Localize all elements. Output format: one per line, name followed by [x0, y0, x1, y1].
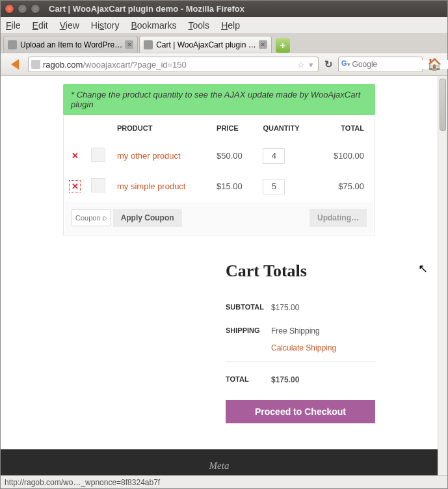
shipping-value: Free Shipping: [271, 326, 320, 336]
back-button[interactable]: [6, 57, 24, 72]
window-title: Cart | WooAjaxCart plugin demo - Mozilla…: [49, 4, 244, 14]
table-row: ✕ my other product $50.00 $100.00: [65, 141, 373, 170]
scroll-thumb[interactable]: [440, 79, 446, 131]
subtotal-label: SUBTOTAL: [226, 303, 271, 312]
tab-upload[interactable]: Upload an Item to WordPre… ✕: [3, 36, 138, 53]
cell-total: $75.00: [317, 172, 373, 201]
product-link[interactable]: my other product: [117, 151, 181, 161]
google-icon: G: [341, 59, 347, 70]
update-cart-button[interactable]: Updating…: [310, 209, 367, 227]
home-button[interactable]: 🏠: [427, 57, 442, 72]
footer-meta: Meta: [209, 460, 230, 471]
menu-bookmarks[interactable]: Bookmarks: [131, 20, 176, 31]
subtotal-value: $175.00: [271, 303, 299, 312]
product-link[interactable]: my simple product: [117, 181, 185, 191]
window-titlebar: Cart | WooAjaxCart plugin demo - Mozilla…: [1, 1, 447, 17]
divider: [226, 362, 375, 362]
cell-total: $100.00: [317, 141, 373, 170]
nav-toolbar: ragob.com ☆ ▾ ↻ G ▾ 🔍 🏠: [1, 53, 447, 76]
cell-price: $15.00: [211, 172, 256, 201]
quantity-input[interactable]: [263, 148, 285, 164]
totals-heading: Cart Totals: [226, 261, 375, 281]
page-viewport: * Change the product quantity to see the…: [1, 76, 447, 475]
window-close-button[interactable]: [5, 4, 14, 14]
window-minimize-button[interactable]: [18, 4, 27, 14]
notice-banner: * Change the product quantity to see the…: [63, 84, 375, 115]
tab-favicon: [144, 40, 153, 49]
quantity-input[interactable]: [263, 179, 285, 194]
calculate-shipping-link[interactable]: Calculate Shipping: [271, 343, 375, 352]
total-label: TOTAL: [226, 375, 271, 384]
menu-edit[interactable]: Edit: [33, 20, 48, 31]
page-footer: Meta: [1, 449, 438, 475]
window-maximize-button[interactable]: [31, 4, 40, 14]
status-text: http://ragob.com/wo…_wpnonce=8f8324ab7f: [5, 478, 160, 487]
address-bar[interactable]: ragob.com ☆ ▾: [28, 57, 319, 72]
tab-title: Cart | WooAjaxCart plugin …: [156, 40, 256, 49]
tab-title: Upload an Item to WordPre…: [20, 40, 122, 49]
cell-price: $50.00: [211, 141, 256, 170]
url-input[interactable]: [83, 60, 295, 70]
cart-table: PRODUCT PRICE QUANTITY TOTAL ✕ my other …: [63, 115, 375, 235]
new-tab-button[interactable]: +: [276, 38, 290, 53]
cart-actions-row: Apply Coupon Updating…: [65, 202, 373, 233]
search-box[interactable]: G ▾ 🔍: [338, 57, 423, 72]
coupon-input[interactable]: [72, 209, 111, 226]
col-price: PRICE: [211, 116, 256, 140]
menu-help[interactable]: Help: [221, 20, 240, 31]
table-row: ✕ my simple product $15.00 $75.00: [65, 172, 373, 201]
arrow-left-icon: [11, 59, 19, 70]
menu-view[interactable]: View: [60, 20, 79, 31]
table-header-row: PRODUCT PRICE QUANTITY TOTAL: [65, 116, 373, 140]
menu-bar: File Edit View History Bookmarks Tools H…: [1, 17, 447, 33]
col-quantity: QUANTITY: [257, 116, 316, 140]
chevron-down-icon[interactable]: ▾: [347, 61, 350, 68]
menu-history[interactable]: History: [91, 20, 120, 31]
tab-strip: Upload an Item to WordPre… ✕ Cart | WooA…: [1, 33, 447, 53]
site-favicon: [31, 60, 40, 69]
remove-item-button[interactable]: ✕: [70, 181, 79, 191]
product-thumbnail[interactable]: [91, 148, 105, 162]
close-icon[interactable]: ✕: [259, 40, 267, 49]
vertical-scrollbar[interactable]: [438, 76, 447, 475]
apply-coupon-button[interactable]: Apply Coupon: [113, 209, 182, 227]
product-thumbnail[interactable]: [91, 178, 105, 192]
close-icon[interactable]: ✕: [125, 40, 133, 49]
col-product: PRODUCT: [112, 116, 210, 140]
status-bar: http://ragob.com/wo…_wpnonce=8f8324ab7f: [1, 475, 447, 488]
col-total: TOTAL: [317, 116, 373, 140]
cart-totals: Cart Totals SUBTOTAL $175.00 SHIPPING Fr…: [226, 261, 375, 423]
dropdown-icon[interactable]: ▾: [309, 60, 313, 70]
tab-favicon: [8, 40, 17, 49]
reload-button[interactable]: ↻: [323, 59, 334, 70]
checkout-button[interactable]: Proceed to Checkout: [226, 400, 375, 423]
tab-cart[interactable]: Cart | WooAjaxCart plugin … ✕: [139, 36, 272, 53]
menu-tools[interactable]: Tools: [188, 20, 209, 31]
total-value: $175.00: [271, 375, 299, 384]
url-domain: ragob.com: [43, 60, 83, 70]
bookmark-star-icon[interactable]: ☆: [297, 60, 305, 70]
shipping-label: SHIPPING: [226, 326, 271, 336]
remove-item-button[interactable]: ✕: [70, 151, 79, 161]
menu-file[interactable]: File: [6, 20, 21, 31]
